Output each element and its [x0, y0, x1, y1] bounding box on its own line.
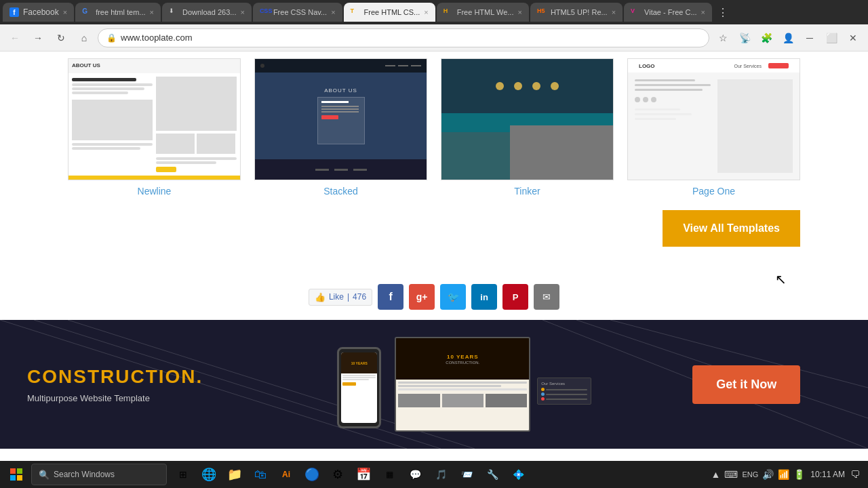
email-icon: ✉	[542, 291, 551, 302]
template-thumb-pageone[interactable]: LOGO Our Services	[627, 58, 800, 180]
template-name-pageone[interactable]: Page One	[692, 186, 735, 197]
template-thumb-tinker[interactable]	[441, 58, 614, 180]
tinker-img-right	[510, 125, 613, 180]
tab-close-icon[interactable]: ×	[331, 8, 335, 16]
taskbar-app-illustrator[interactable]: Ai	[274, 462, 298, 487]
tab-facebook[interactable]: f Facebook ×	[3, 3, 74, 22]
taskbar-app-apps-4[interactable]: 📨	[454, 462, 479, 487]
pinterest-icon: P	[513, 292, 519, 302]
taskbar-app-settings[interactable]: ⚙	[326, 462, 350, 487]
tab-html5up[interactable]: H5 HTML5 UP! Re... ×	[530, 3, 623, 22]
taskbar-app-calendar[interactable]: 📅	[351, 462, 376, 487]
taskbar-show-hidden-icon[interactable]: ▲	[711, 469, 721, 480]
template-name-stacked[interactable]: Stacked	[323, 186, 358, 197]
tab-label: Download 263...	[182, 8, 237, 16]
restore-button[interactable]: ⬜	[822, 28, 841, 47]
newline-right	[156, 77, 237, 172]
template-thumb-newline[interactable]: ABOUT US	[68, 58, 241, 180]
google-plus-share-button[interactable]: g+	[409, 284, 435, 310]
tab-css-nav[interactable]: CSS Free CSS Nav... ×	[253, 3, 342, 22]
get-it-now-button[interactable]: Get it Now	[692, 365, 800, 404]
tab-vitae[interactable]: V Vitae - Free C... ×	[624, 3, 712, 22]
tab-close-icon[interactable]: ×	[424, 8, 428, 16]
tab-close-icon[interactable]: ×	[240, 8, 244, 16]
newline-text-7	[156, 157, 237, 160]
template-name-tinker[interactable]: Tinker	[514, 186, 540, 197]
fb-like-label: Like	[329, 292, 344, 302]
start-button[interactable]	[3, 462, 30, 487]
taskbar-app-apps-2[interactable]: 💬	[403, 462, 427, 487]
taskbar-app-apps-1[interactable]: ▦	[377, 462, 401, 487]
taskbar-app-store[interactable]: 🛍	[248, 462, 273, 487]
address-bar[interactable]: 🔒 www.tooplate.com	[98, 28, 709, 47]
taskbar-app-folder[interactable]: 📁	[222, 462, 247, 487]
view-all-container: View All Templates	[68, 210, 800, 260]
back-button[interactable]: ←	[5, 28, 24, 47]
forward-button[interactable]: →	[28, 28, 47, 47]
template-name-newline[interactable]: Newline	[138, 186, 172, 197]
profile-icon[interactable]: 👤	[778, 28, 797, 47]
template-thumb-stacked[interactable]: ABOUT US	[254, 58, 427, 180]
taskbar-app-edge[interactable]: 🌐	[197, 462, 221, 487]
taskbar-network-icon[interactable]: 📶	[778, 469, 789, 480]
templates-grid: ABOUT US	[68, 58, 800, 197]
taskbar-battery-icon[interactable]: 🔋	[793, 469, 805, 480]
html5up-favicon: H5	[537, 7, 547, 17]
pageone-header: LOGO Our Services	[628, 59, 800, 73]
stat-dot-1	[541, 388, 545, 391]
tab-close-icon[interactable]: ×	[612, 8, 616, 16]
download-favicon: ⬇	[169, 7, 178, 17]
tinker-dot-3	[532, 82, 540, 90]
newline-sub-images	[156, 134, 237, 154]
tab-close-icon[interactable]: ×	[63, 8, 67, 16]
taskbar-notification-icon[interactable]: 🗨	[850, 469, 860, 480]
more-tabs-button[interactable]: ⋮	[713, 3, 732, 22]
taskbar-keyboard-icon[interactable]: ⌨	[724, 469, 738, 480]
email-share-button[interactable]: ✉	[534, 284, 559, 310]
taskbar-lang-indicator[interactable]: ENG	[742, 470, 758, 479]
twitter-icon: 🐦	[448, 291, 459, 302]
taskbar-speaker-icon[interactable]: 🔊	[762, 469, 774, 480]
newline-text-5	[72, 143, 153, 146]
home-button[interactable]: ⌂	[75, 28, 94, 47]
twitter-share-button[interactable]: 🐦	[440, 284, 466, 310]
template-card-pageone: LOGO Our Services	[627, 58, 800, 197]
tab-google[interactable]: G free html tem... ×	[75, 3, 161, 22]
taskbar-app-apps-6[interactable]: 💠	[506, 462, 530, 487]
template-card-newline: ABOUT US	[68, 58, 241, 197]
stats-panel: Our Services	[537, 378, 591, 405]
extensions-icon[interactable]: 🧩	[757, 28, 776, 47]
taskbar-app-apps-5[interactable]: 🔧	[480, 462, 505, 487]
facebook-share-button[interactable]: f	[378, 284, 403, 310]
taskbar-search-box[interactable]: 🔍 Search Windows	[31, 464, 167, 485]
tab-html-web[interactable]: H Free HTML We... ×	[437, 3, 529, 22]
mobile-screen: 10 YEARS	[341, 352, 377, 423]
stacked-hero-text: ABOUT US	[324, 87, 357, 94]
reload-button[interactable]: ↻	[52, 28, 71, 47]
minimize-button[interactable]: ─	[800, 28, 819, 47]
newline-img	[72, 100, 153, 140]
facebook-like-button[interactable]: 👍 Like | 476	[309, 289, 372, 306]
tab-tooplate[interactable]: T Free HTML CS... ×	[344, 3, 435, 22]
cast-icon[interactable]: 📡	[735, 28, 754, 47]
taskbar-app-chrome[interactable]: 🔵	[300, 462, 324, 487]
linkedin-share-button[interactable]: in	[471, 284, 497, 310]
mobile-line-2	[342, 377, 376, 378]
taskbar-app-apps-3[interactable]: 🎵	[429, 462, 453, 487]
view-all-templates-button[interactable]: View All Templates	[663, 210, 800, 247]
taskbar-app-task-view[interactable]: ⊞	[171, 462, 195, 487]
stats-items	[541, 388, 587, 401]
tab-download[interactable]: ⬇ Download 263... ×	[162, 3, 252, 22]
pageone-text-5	[635, 113, 692, 115]
tab-close-icon[interactable]: ×	[517, 8, 521, 16]
taskbar-clock[interactable]: 10:11 AM	[810, 470, 845, 479]
bookmarks-icon[interactable]: ☆	[713, 28, 732, 47]
newline-text-4	[72, 92, 128, 94]
close-button[interactable]: ✕	[844, 28, 863, 47]
tab-close-icon[interactable]: ×	[701, 8, 705, 16]
pageone-dots	[635, 97, 711, 102]
pinterest-share-button[interactable]: P	[502, 284, 528, 310]
stacked-card-text-3	[321, 111, 359, 113]
tab-close-icon[interactable]: ×	[150, 8, 154, 16]
windows-logo-icon	[10, 468, 22, 481]
